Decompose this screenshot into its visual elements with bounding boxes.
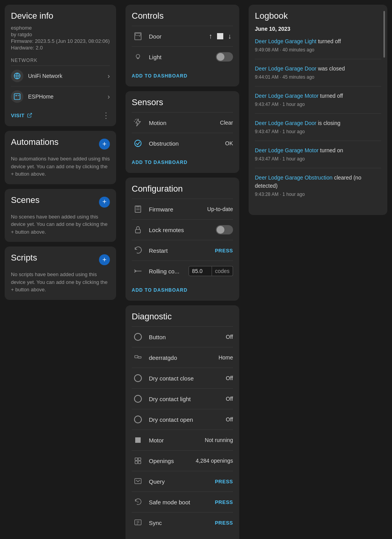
esphome-name: ESPHome	[28, 93, 108, 100]
svg-rect-2	[14, 94, 20, 100]
svg-rect-27	[135, 479, 141, 484]
logbook-entry-3: Deer Lodge Garage Motor turned off 9:43:…	[255, 92, 381, 114]
network-label: Network	[11, 58, 110, 63]
query-label: Query	[149, 478, 215, 485]
obstruction-value: OK	[225, 140, 233, 146]
lock-remotes-config-row: Lock remotes	[132, 219, 233, 240]
logbook-entry-1: Deer Lodge Garage Light turned off 9:49:…	[255, 37, 381, 59]
dry-contact-light-label: Dry contact light	[149, 396, 226, 402]
svg-line-5	[29, 113, 32, 116]
esphome-icon	[11, 90, 23, 103]
sync-label: Sync	[149, 520, 215, 526]
logbook-device-1: Deer Lodge Garage Light	[255, 38, 316, 44]
safemode-icon	[132, 496, 144, 508]
svg-rect-23	[135, 458, 138, 461]
dry-contact-light-icon	[132, 393, 144, 405]
dry-contact-open-icon	[132, 413, 144, 426]
motor-diag-row: Motor Not running	[132, 430, 233, 450]
logbook-device-6: Deer Lodge Garage Obstruction	[255, 174, 332, 181]
restart-icon	[132, 244, 144, 257]
deerratgdo-label: deerratgdo	[149, 354, 219, 361]
door-stop-icon[interactable]	[217, 33, 223, 39]
motor-icon	[132, 434, 144, 446]
openings-icon	[132, 454, 144, 467]
logbook-action-5: turned on	[320, 147, 343, 153]
logbook-scrollbar[interactable]	[383, 11, 385, 58]
integration-esphome[interactable]: ESPHome ›	[11, 86, 110, 107]
motion-label: Motion	[149, 120, 220, 126]
openings-label: Openings	[149, 458, 196, 464]
scripts-desc: No scripts have been added using this de…	[11, 271, 110, 294]
scenes-card: Scenes + No scenes have been added using…	[5, 189, 116, 242]
logbook-device-2: Deer Lodge Garage Door	[255, 65, 316, 72]
logbook-action-2: was closed	[318, 65, 345, 72]
svg-point-3	[16, 95, 17, 96]
light-toggle[interactable]	[216, 52, 233, 62]
automations-add-button[interactable]: +	[99, 139, 110, 150]
esphome-chevron: ›	[108, 93, 110, 101]
svg-rect-26	[138, 461, 141, 464]
logbook-device-3: Deer Lodge Garage Motor	[255, 93, 318, 99]
rolling-icon	[132, 265, 144, 277]
button-diag-icon	[132, 331, 144, 343]
svg-rect-20	[135, 356, 138, 358]
diagnostic-add-dashboard-button[interactable]: ADD TO DASHBOARD	[132, 537, 187, 539]
automations-desc: No automations have been added using thi…	[11, 155, 110, 178]
device-platform: esphome	[11, 25, 110, 31]
rolling-label: Rolling co...	[149, 268, 189, 275]
sync-diag-row: Sync PRESS	[132, 512, 233, 533]
svg-rect-6	[135, 33, 141, 40]
logbook-time-3: 9:43:47 AM · 1 hour ago	[255, 101, 381, 108]
openings-diag-row: Openings 4,284 openings	[132, 450, 233, 471]
restart-press-button[interactable]: PRESS	[215, 248, 233, 254]
safemode-label: Safe mode boot	[149, 499, 215, 506]
lock-remotes-label: Lock remotes	[149, 227, 216, 233]
scenes-add-button[interactable]: +	[99, 197, 110, 208]
sync-press-button[interactable]: PRESS	[215, 520, 233, 526]
motion-sensor-row: Motion Clear	[132, 112, 233, 133]
visit-button[interactable]: VISIT	[11, 113, 32, 118]
svg-rect-24	[138, 458, 141, 461]
integration-unifi[interactable]: UniFi Network ›	[11, 65, 110, 86]
light-label: Light	[149, 54, 216, 60]
device-firmware: Firmware: 2023.5.5 (Jun 10 2023, 08:02:0…	[11, 38, 110, 44]
logbook-device-4: Deer Lodge Garage Door	[255, 120, 316, 126]
sensors-section: Sensors Motion Clear	[125, 91, 239, 173]
logbook-time-5: 9:43:47 AM · 1 hour ago	[255, 155, 381, 162]
more-options-icon[interactable]: ⋮	[102, 111, 110, 120]
scenes-title: Scenes	[11, 195, 39, 205]
device-hardware: Hardware: 2.0	[11, 45, 110, 51]
door-open-button[interactable]: ↑	[207, 31, 214, 42]
unifi-name: UniFi Network	[28, 73, 108, 79]
config-add-dashboard-button[interactable]: ADD TO DASHBOARD	[132, 286, 187, 294]
svg-rect-25	[135, 461, 138, 464]
motion-icon	[132, 116, 144, 129]
restart-config-row: Restart PRESS	[132, 240, 233, 261]
logbook-entry-4: Deer Lodge Garage Door is closing 9:43:4…	[255, 119, 381, 141]
dry-contact-close-label: Dry contact close	[149, 375, 226, 382]
svg-rect-15	[136, 206, 139, 208]
firmware-label: Firmware	[149, 206, 207, 213]
dry-contact-open-label: Dry contact open	[149, 416, 226, 423]
sensors-add-dashboard-button[interactable]: ADD TO DASHBOARD	[132, 158, 187, 167]
svg-rect-18	[136, 229, 141, 233]
query-press-button[interactable]: PRESS	[215, 479, 233, 484]
dry-contact-close-icon	[132, 372, 144, 384]
scenes-desc: No scenes have been added using this dev…	[11, 213, 110, 236]
button-diag-value: Off	[226, 334, 233, 340]
lock-remotes-toggle[interactable]	[216, 225, 233, 234]
logbook-time-4: 9:43:47 AM · 1 hour ago	[255, 128, 381, 135]
device-info-card: Device info esphome by ratgdo Firmware: …	[5, 5, 116, 126]
scripts-add-button[interactable]: +	[99, 254, 110, 265]
svg-point-9	[136, 55, 139, 58]
safemode-press-button[interactable]: PRESS	[215, 499, 233, 505]
door-close-button[interactable]: ↓	[226, 31, 233, 42]
motor-value: Not running	[205, 437, 233, 443]
logbook-action-4: is closing	[318, 120, 341, 126]
rolling-code-input[interactable]	[189, 266, 212, 276]
automations-card: Automations + No automations have been a…	[5, 131, 116, 184]
controls-add-dashboard-button[interactable]: ADD TO DASHBOARD	[132, 72, 187, 80]
obstruction-icon	[132, 137, 144, 150]
dry-contact-close-row: Dry contact close Off	[132, 368, 233, 388]
logbook-entry-2: Deer Lodge Garage Door was closed 9:44:0…	[255, 65, 381, 86]
